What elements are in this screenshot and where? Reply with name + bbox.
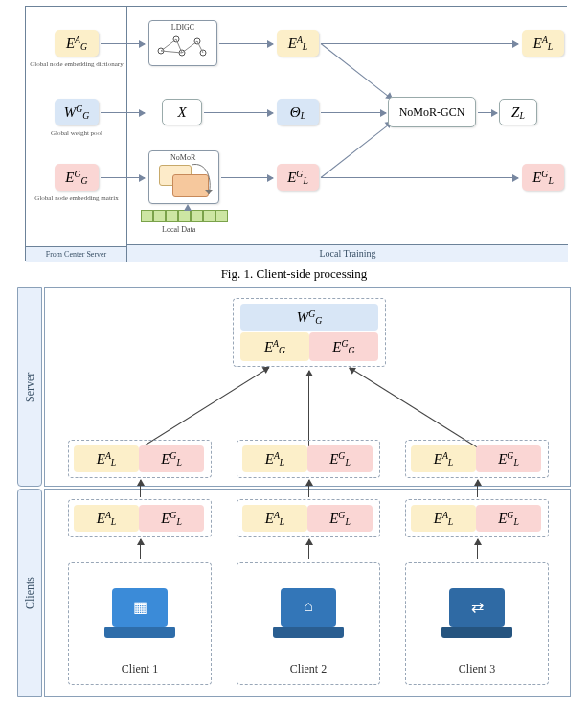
arrow — [350, 367, 479, 448]
svg-line-7 — [182, 41, 197, 53]
server-WGG: WGG — [240, 304, 378, 331]
input-EGA: EAG — [55, 30, 99, 57]
x-box: X — [162, 99, 202, 125]
arrow — [140, 539, 141, 559]
local-data-cells — [141, 210, 228, 222]
local-data-label: Local Data — [162, 225, 195, 234]
input-EGG: EGG — [55, 164, 99, 191]
client-2-box: ⌂ Client 2 — [237, 562, 380, 685]
nomor-gcn-box: NoMoR-GCN — [388, 97, 476, 127]
client-1-label: Client 1 — [69, 662, 211, 676]
client-2-label: Client 2 — [237, 662, 379, 676]
arrow — [219, 43, 273, 44]
arrow — [101, 177, 145, 178]
arrow — [308, 371, 309, 447]
server-EGA: EAG — [240, 332, 309, 361]
ldigc-label: LDIGC — [149, 21, 216, 32]
ZL-box: ZL — [499, 99, 537, 125]
svg-line-5 — [161, 39, 176, 51]
arrow — [308, 539, 309, 559]
arrow — [221, 177, 273, 178]
arrow — [321, 122, 393, 178]
clients-area: EAL EGL EAL EGL EAL EGL ▦ — [44, 489, 571, 697]
arrow — [321, 177, 518, 178]
server-tab: Server — [17, 287, 42, 487]
mid-ELA: EAL — [277, 30, 319, 57]
mid-ThetaL: ΘL — [277, 99, 319, 125]
svg-line-6 — [176, 39, 182, 53]
input-WGG: WGG — [55, 99, 99, 125]
client-3-box: ⇄ Client 3 — [405, 562, 549, 685]
nomor-box: NoMoR — [148, 150, 219, 204]
input-WGG-desc: Global weight pool — [29, 129, 124, 137]
arrow — [477, 480, 478, 497]
arrow — [321, 43, 518, 44]
arrow — [321, 112, 386, 113]
arrow — [141, 367, 270, 448]
client-3-label: Client 3 — [406, 662, 548, 676]
server-area: WGG EAG EGG EAL EGL EAL EGL EAL — [44, 287, 571, 487]
arrow — [308, 480, 309, 497]
fig1-left-panel: EAG Global node embedding dictionary WGG… — [26, 7, 127, 262]
arrow — [477, 539, 478, 559]
fig1-caption: Fig. 1. Client-side processing — [0, 266, 588, 282]
right-panel-label: Local Training — [127, 244, 568, 262]
client-1-box: ▦ Client 1 — [68, 562, 212, 685]
arrow — [478, 112, 497, 113]
arrow — [140, 480, 141, 497]
arrow — [204, 112, 273, 113]
server-EGG: EGG — [309, 332, 378, 361]
out-ELG: EGL — [522, 164, 564, 191]
arrow — [101, 112, 145, 113]
arrow — [101, 43, 145, 44]
input-EGA-desc: Global node embedding dictionary — [29, 60, 124, 68]
ldigc-box: LDIGC — [148, 20, 217, 66]
laptop-icon: ⇄ — [441, 588, 512, 642]
input-EGG-desc: Global node embedding matrix — [29, 194, 124, 202]
laptop-icon: ▦ — [104, 588, 175, 642]
fig2: Server Clients WGG EAG EGG EAL EGL EAL — [17, 287, 571, 697]
left-panel-label: From Center Server — [26, 246, 126, 262]
arrow — [321, 43, 393, 100]
fig1-right-panel: LDIGC X NoMoR — [127, 7, 568, 262]
laptop-icon: ⌂ — [273, 588, 344, 642]
out-ELA: EAL — [522, 30, 564, 57]
fig1: EAG Global node embedding dictionary WGG… — [25, 6, 567, 261]
svg-marker-10 — [205, 190, 213, 194]
mid-ELG: EGL — [277, 164, 319, 191]
clients-tab: Clients — [17, 489, 42, 697]
